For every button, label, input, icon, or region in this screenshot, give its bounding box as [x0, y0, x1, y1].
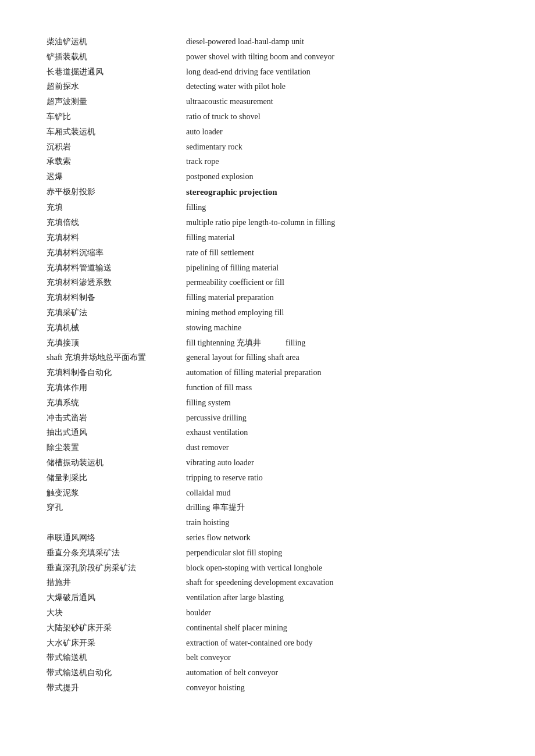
- chinese-term: 充填材料制备: [47, 291, 186, 305]
- list-item: 铲插装载机power shovel with tilting boom and …: [47, 50, 488, 64]
- english-term: detecting water with pilot hole: [186, 80, 488, 94]
- list-item: 触变泥浆collaidal mud: [47, 486, 488, 500]
- english-term: diesel-powered load-haul-damp unit: [186, 35, 488, 49]
- list-item: 穿孔drilling 串车提升: [47, 501, 488, 515]
- list-item: 充填采矿法mining method employing fill: [47, 306, 488, 320]
- list-item: 充填体作用function of fill mass: [47, 381, 488, 395]
- english-term: general layout for filling shaft area: [186, 351, 488, 365]
- english-term: belt conveyor: [186, 651, 488, 665]
- chinese-term: 充填料制备自动化: [47, 366, 186, 380]
- english-term: pipelining of filling material: [186, 261, 488, 275]
- english-term: automation of belt conveyor: [186, 666, 488, 680]
- list-item: 长巷道掘进通风long dead-end driving face ventil…: [47, 65, 488, 79]
- english-term: power shovel with tilting boom and conve…: [186, 50, 488, 64]
- list-item: 承载索track rope: [47, 155, 488, 169]
- chinese-term: 赤平极射投影: [47, 185, 186, 200]
- english-term: ratio of truck to shovel: [186, 110, 488, 124]
- english-term: fill tightenning 充填井 filling: [186, 336, 488, 350]
- english-term: stowing machine: [186, 321, 488, 335]
- chinese-term: 车铲比: [47, 110, 186, 124]
- chinese-term: 冲击式凿岩: [47, 411, 186, 425]
- list-item: 带式输送机belt conveyor: [47, 651, 488, 665]
- chinese-term: 充填材料管道输送: [47, 261, 186, 275]
- english-term: sedimentary rock: [186, 140, 488, 154]
- english-term: postponed explosion: [186, 170, 488, 184]
- list-item: 车厢式装运机auto loader: [47, 125, 488, 139]
- chinese-term: 带式输送机自动化: [47, 666, 186, 680]
- chinese-term: 充填接顶: [47, 336, 186, 350]
- list-item: train hoisting: [47, 516, 488, 530]
- english-term: shaft for speedening development excavat…: [186, 576, 488, 590]
- english-term: automation of filling material preparati…: [186, 366, 488, 380]
- list-item: 冲击式凿岩percussive drilling: [47, 411, 488, 425]
- chinese-term: 充填体作用: [47, 381, 186, 395]
- english-term: boulder: [186, 606, 488, 620]
- list-item: 迟爆postponed explosion: [47, 170, 488, 184]
- chinese-term: 充填材料沉缩率: [47, 246, 186, 260]
- english-term: continental shelf placer mining: [186, 621, 488, 635]
- list-item: 充填倍线multiple ratio pipe length-to-column…: [47, 216, 488, 230]
- list-item: 充填材料渗透系数permeability coefficient or fill: [47, 276, 488, 290]
- chinese-term: 柴油铲运机: [47, 35, 186, 49]
- english-term: block open-stoping with vertical longhol…: [186, 561, 488, 575]
- chinese-term: 带式输送机: [47, 651, 186, 665]
- chinese-term: 穿孔: [47, 501, 186, 515]
- list-item: 充填料制备自动化automation of filling material p…: [47, 366, 488, 380]
- chinese-term: 大爆破后通风: [47, 591, 186, 605]
- chinese-term: 超前探水: [47, 80, 186, 94]
- list-item: 充填机械stowing machine: [47, 321, 488, 335]
- list-item: 沉积岩sedimentary rock: [47, 140, 488, 154]
- chinese-term: 串联通风网络: [47, 531, 186, 545]
- list-item: 垂直分条充填采矿法perpendicular slot fill stoping: [47, 546, 488, 560]
- list-item: 充填材料filling material: [47, 231, 488, 245]
- list-item: 赤平极射投影stereographic projection: [47, 185, 488, 200]
- english-term: exhaust ventilation: [186, 426, 488, 440]
- list-item: 超前探水detecting water with pilot hole: [47, 80, 488, 94]
- chinese-term: 带式提升: [47, 681, 186, 695]
- english-term: ventilation after large blasting: [186, 591, 488, 605]
- english-term: collaidal mud: [186, 486, 488, 500]
- list-item: 充填材料制备filling material preparation: [47, 291, 488, 305]
- list-item: 充填系统filling system: [47, 396, 488, 410]
- list-item: 柴油铲运机diesel-powered load-haul-damp unit: [47, 35, 488, 49]
- english-term: rate of fill settlement: [186, 246, 488, 260]
- list-item: 大水矿床开采extraction of water-contained ore …: [47, 636, 488, 650]
- list-item: 充填材料管道输送pipelining of filling material: [47, 261, 488, 275]
- chinese-term: 铲插装载机: [47, 50, 186, 64]
- chinese-term: 充填材料: [47, 231, 186, 245]
- list-item: 储槽振动装运机vibrating auto loader: [47, 456, 488, 470]
- english-term: mining method employing fill: [186, 306, 488, 320]
- chinese-term: 触变泥浆: [47, 486, 186, 500]
- english-term: extraction of water-contained ore body: [186, 636, 488, 650]
- english-term: permeability coefficient or fill: [186, 276, 488, 290]
- list-item: 超声波测量ultraacoustic measurement: [47, 95, 488, 109]
- list-item: 储量剥采比tripping to reserve ratio: [47, 471, 488, 485]
- list-item: 充填接顶fill tightenning 充填井 filling: [47, 336, 488, 350]
- english-term: ultraacoustic measurement: [186, 95, 488, 109]
- chinese-term: 垂直深孔阶段矿房采矿法: [47, 561, 186, 575]
- entry-list: 柴油铲运机diesel-powered load-haul-damp unit铲…: [47, 35, 488, 695]
- list-item: shaft 充填井场地总平面布置general layout for filli…: [47, 351, 488, 365]
- list-item: 充填filling: [47, 201, 488, 215]
- chinese-term: 长巷道掘进通风: [47, 65, 186, 79]
- english-term: filling material: [186, 231, 488, 245]
- list-item: 大块boulder: [47, 606, 488, 620]
- list-item: 带式提升conveyor hoisting: [47, 681, 488, 695]
- english-term: vibrating auto loader: [186, 456, 488, 470]
- chinese-term: 充填材料渗透系数: [47, 276, 186, 290]
- chinese-term: 抽出式通风: [47, 426, 186, 440]
- chinese-term: 大陆架砂矿床开采: [47, 621, 186, 635]
- chinese-term: 充填: [47, 201, 186, 215]
- chinese-term: 车厢式装运机: [47, 125, 186, 139]
- chinese-term: 超声波测量: [47, 95, 186, 109]
- list-item: 充填材料沉缩率rate of fill settlement: [47, 246, 488, 260]
- chinese-term: 储槽振动装运机: [47, 456, 186, 470]
- chinese-term: shaft 充填井场地总平面布置: [47, 351, 186, 365]
- english-term: filling: [186, 201, 488, 215]
- chinese-term: [47, 516, 186, 530]
- list-item: 大爆破后通风ventilation after large blasting: [47, 591, 488, 605]
- english-term: series flow network: [186, 531, 488, 545]
- english-term: percussive drilling: [186, 411, 488, 425]
- list-item: 车铲比ratio of truck to shovel: [47, 110, 488, 124]
- chinese-term: 大水矿床开采: [47, 636, 186, 650]
